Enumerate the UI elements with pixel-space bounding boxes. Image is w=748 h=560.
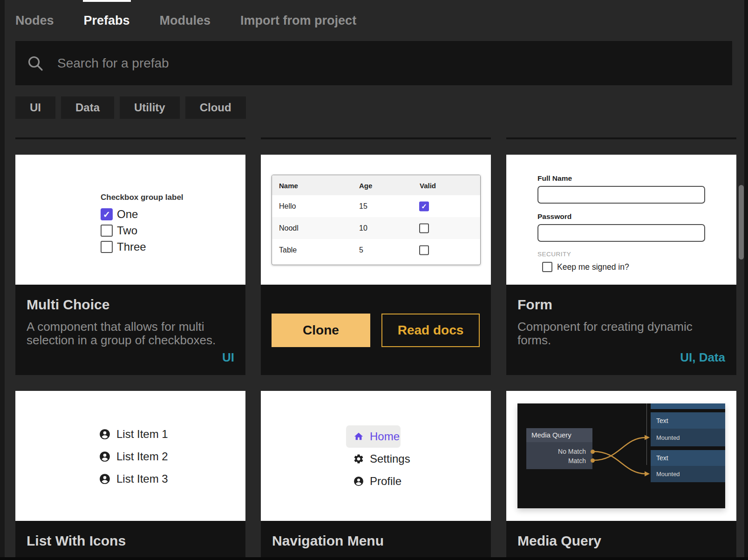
prefab-card-info: Media Query Component that reacts to med…: [506, 521, 736, 560]
table-cell: 10: [359, 224, 367, 232]
prefab-description: Component for creating dynamic forms.: [517, 320, 725, 347]
filter-chip-ui[interactable]: UI: [15, 96, 55, 119]
table-cell: 15: [359, 202, 367, 211]
prefab-preview-form: Full Name Password SECURITY Keep me sign…: [506, 155, 736, 285]
form-checkbox-label: Keep me signed in?: [557, 262, 629, 272]
table-cell: Noodl: [279, 224, 299, 232]
nav-item-label: Settings: [370, 452, 410, 465]
prefab-card-info: Form Component for creating dynamic form…: [506, 285, 736, 375]
prefab-preview-checkbox-group: Checkbox group label One Two Three: [15, 155, 245, 285]
nav-item-settings: Settings: [346, 448, 410, 470]
checkbox-group-label: Checkbox group label: [101, 193, 184, 202]
table-row: Hello 15: [272, 195, 480, 217]
node-connections: [517, 403, 725, 508]
tab-bar: Nodes Prefabs Modules Import from projec…: [15, 0, 356, 41]
checkbox-option-label: Two: [117, 224, 137, 237]
prefabs-panel: Nodes Prefabs Modules Import from projec…: [0, 0, 748, 560]
prefab-preview-nav-menu: Home Settings Profile: [261, 391, 491, 521]
checkbox-unchecked-icon: [101, 225, 113, 237]
list-item-label: List Item 3: [116, 472, 168, 485]
form-field-label: Password: [537, 212, 705, 221]
prefab-preview-table: Name Age Valid Hello 15 Noodl 10 Table 5: [261, 155, 491, 285]
table-header-valid: Valid: [420, 181, 436, 189]
table-header-age: Age: [359, 181, 372, 189]
filter-chips: UI Data Utility Cloud: [15, 96, 246, 119]
form-field-label: Full Name: [537, 174, 705, 183]
prefab-card-form[interactable]: Full Name Password SECURITY Keep me sign…: [506, 155, 736, 375]
prefab-description: A component that allows for multi select…: [27, 320, 234, 347]
prefab-title: List With Icons: [27, 533, 234, 549]
previous-row-card-edge: [261, 137, 491, 139]
form-checkbox-row: Keep me signed in?: [537, 262, 705, 272]
checkbox-option-label: One: [117, 208, 138, 221]
text-input: [537, 224, 705, 242]
prefab-title: Multi Choice: [27, 297, 234, 313]
table-cell: Table: [279, 246, 297, 254]
checkbox-unchecked-icon: [419, 223, 429, 233]
previous-row-card-edge: [15, 137, 245, 139]
prefab-card-info: Multi Choice A component that allows for…: [15, 285, 245, 375]
panel-right-edge: [744, 0, 748, 560]
prefab-title: Media Query: [517, 533, 725, 549]
home-icon: [354, 431, 364, 442]
filter-chip-cloud[interactable]: Cloud: [185, 96, 246, 119]
search-input[interactable]: [56, 55, 664, 71]
tab-prefabs[interactable]: Prefabs: [84, 0, 130, 41]
nav-item-profile: Profile: [346, 470, 401, 492]
list-item-label: List Item 1: [116, 428, 168, 441]
table-cell: Hello: [279, 202, 296, 211]
prefab-title: Form: [517, 297, 725, 313]
text-input: [537, 186, 705, 204]
table-header-row: Name Age Valid: [272, 175, 480, 195]
vertical-scrollbar-thumb[interactable]: [739, 185, 744, 260]
list-item: List Item 1: [99, 428, 168, 440]
nav-item-label: Profile: [370, 475, 401, 488]
nav-item-label: Home: [370, 430, 400, 443]
account-circle-icon: [99, 451, 111, 463]
checkbox-option: Three: [101, 241, 184, 253]
table-row: Table 5: [272, 239, 480, 261]
previous-row-card-edge: [506, 137, 736, 139]
form-section-label: SECURITY: [537, 251, 705, 258]
arrowhead-icon: [645, 471, 650, 477]
filter-chip-utility[interactable]: Utility: [120, 96, 180, 119]
prefab-card-table-hovered[interactable]: Name Age Valid Hello 15 Noodl 10 Table 5: [261, 155, 491, 375]
prefab-card-navigation-menu[interactable]: Home Settings Profile: [261, 391, 491, 560]
checkbox-unchecked-icon: [419, 245, 429, 255]
filter-chip-data[interactable]: Data: [61, 96, 114, 119]
search-bar: [15, 41, 732, 85]
prefab-card-media-query[interactable]: Media Query No Match Match Text Mounted …: [506, 391, 736, 560]
account-circle-icon: [99, 428, 111, 440]
panel-bottom-edge: [0, 557, 748, 560]
list-item-label: List Item 2: [116, 450, 168, 463]
clone-button[interactable]: Clone: [272, 314, 370, 347]
table-cell: 5: [359, 246, 363, 254]
search-icon: [27, 55, 44, 72]
arrowhead-icon: [645, 435, 650, 440]
prefab-card-list-with-icons[interactable]: List Item 1 List Item 2 List Item 3: [15, 391, 245, 560]
tab-modules[interactable]: Modules: [160, 0, 211, 41]
list-item: List Item 3: [99, 473, 168, 485]
node-graph-image: Media Query No Match Match Text Mounted …: [517, 403, 725, 508]
read-docs-button[interactable]: Read docs: [381, 314, 480, 347]
tab-import-from-project[interactable]: Import from project: [240, 0, 356, 41]
account-circle-icon: [99, 473, 111, 485]
panel-left-edge: [0, 0, 5, 560]
tab-nodes[interactable]: Nodes: [15, 0, 54, 41]
checkbox-option-label: Three: [117, 240, 146, 253]
table-header-name: Name: [279, 181, 298, 189]
checkbox-option: One: [101, 208, 184, 220]
prefab-card-info: Navigation Menu Component for creating a…: [261, 521, 491, 560]
list-item: List Item 2: [99, 451, 168, 463]
prefab-card-hover-actions: Clone Read docs: [261, 285, 491, 375]
table-row: Noodl 10: [272, 217, 480, 239]
prefab-title: Navigation Menu: [272, 533, 480, 549]
prefab-preview-node-graph: Media Query No Match Match Text Mounted …: [506, 391, 736, 521]
checkbox-checked-icon: [101, 208, 113, 220]
prefab-card-multi-choice[interactable]: Checkbox group label One Two Three Multi…: [15, 155, 245, 375]
checkbox-checked-icon: [419, 201, 429, 211]
checkbox-unchecked-icon: [101, 241, 113, 253]
nav-item-home: Home: [346, 425, 401, 448]
prefab-tags: UI, Data: [680, 350, 725, 365]
gear-icon: [353, 453, 364, 464]
